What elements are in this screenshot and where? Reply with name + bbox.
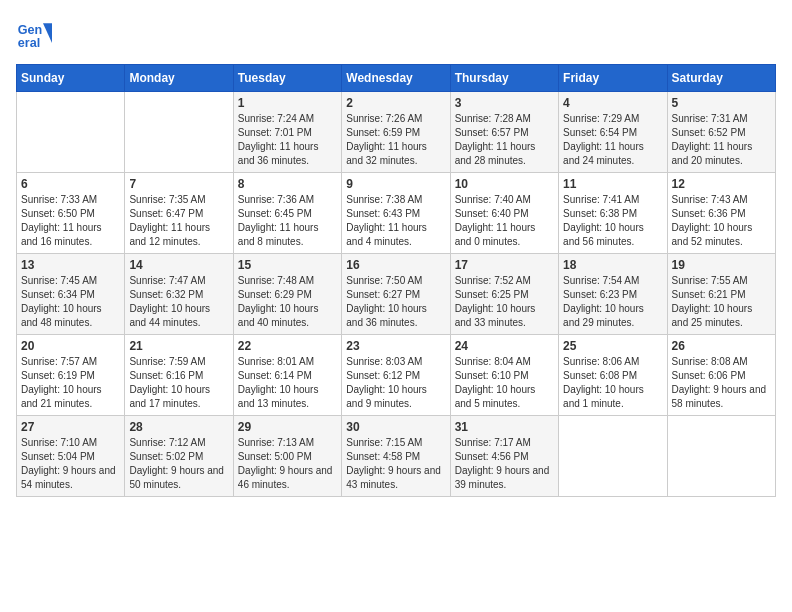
day-cell: 14Sunrise: 7:47 AM Sunset: 6:32 PM Dayli… [125, 254, 233, 335]
day-cell: 6Sunrise: 7:33 AM Sunset: 6:50 PM Daylig… [17, 173, 125, 254]
day-number: 24 [455, 339, 554, 353]
day-info: Sunrise: 7:41 AM Sunset: 6:38 PM Dayligh… [563, 193, 662, 249]
day-number: 11 [563, 177, 662, 191]
day-number: 19 [672, 258, 771, 272]
day-info: Sunrise: 7:26 AM Sunset: 6:59 PM Dayligh… [346, 112, 445, 168]
day-number: 3 [455, 96, 554, 110]
day-number: 30 [346, 420, 445, 434]
svg-marker-2 [43, 23, 52, 43]
day-cell: 1Sunrise: 7:24 AM Sunset: 7:01 PM Daylig… [233, 92, 341, 173]
day-cell: 22Sunrise: 8:01 AM Sunset: 6:14 PM Dayli… [233, 335, 341, 416]
day-number: 10 [455, 177, 554, 191]
day-cell [125, 92, 233, 173]
day-number: 4 [563, 96, 662, 110]
day-cell [17, 92, 125, 173]
column-header-thursday: Thursday [450, 65, 558, 92]
column-header-wednesday: Wednesday [342, 65, 450, 92]
day-number: 21 [129, 339, 228, 353]
day-cell: 21Sunrise: 7:59 AM Sunset: 6:16 PM Dayli… [125, 335, 233, 416]
header-row: SundayMondayTuesdayWednesdayThursdayFrid… [17, 65, 776, 92]
day-cell [667, 416, 775, 497]
day-cell: 2Sunrise: 7:26 AM Sunset: 6:59 PM Daylig… [342, 92, 450, 173]
day-info: Sunrise: 7:17 AM Sunset: 4:56 PM Dayligh… [455, 436, 554, 492]
day-cell: 16Sunrise: 7:50 AM Sunset: 6:27 PM Dayli… [342, 254, 450, 335]
day-info: Sunrise: 7:24 AM Sunset: 7:01 PM Dayligh… [238, 112, 337, 168]
day-info: Sunrise: 7:29 AM Sunset: 6:54 PM Dayligh… [563, 112, 662, 168]
day-number: 2 [346, 96, 445, 110]
day-number: 22 [238, 339, 337, 353]
day-number: 20 [21, 339, 120, 353]
week-row-4: 20Sunrise: 7:57 AM Sunset: 6:19 PM Dayli… [17, 335, 776, 416]
column-header-sunday: Sunday [17, 65, 125, 92]
column-header-saturday: Saturday [667, 65, 775, 92]
week-row-3: 13Sunrise: 7:45 AM Sunset: 6:34 PM Dayli… [17, 254, 776, 335]
logo: Gen eral [16, 16, 58, 52]
day-cell: 11Sunrise: 7:41 AM Sunset: 6:38 PM Dayli… [559, 173, 667, 254]
day-number: 8 [238, 177, 337, 191]
day-number: 5 [672, 96, 771, 110]
calendar-table: SundayMondayTuesdayWednesdayThursdayFrid… [16, 64, 776, 497]
day-number: 12 [672, 177, 771, 191]
day-cell: 5Sunrise: 7:31 AM Sunset: 6:52 PM Daylig… [667, 92, 775, 173]
day-cell: 12Sunrise: 7:43 AM Sunset: 6:36 PM Dayli… [667, 173, 775, 254]
day-info: Sunrise: 7:28 AM Sunset: 6:57 PM Dayligh… [455, 112, 554, 168]
day-cell: 25Sunrise: 8:06 AM Sunset: 6:08 PM Dayli… [559, 335, 667, 416]
day-cell: 19Sunrise: 7:55 AM Sunset: 6:21 PM Dayli… [667, 254, 775, 335]
day-info: Sunrise: 8:06 AM Sunset: 6:08 PM Dayligh… [563, 355, 662, 411]
day-cell: 24Sunrise: 8:04 AM Sunset: 6:10 PM Dayli… [450, 335, 558, 416]
week-row-2: 6Sunrise: 7:33 AM Sunset: 6:50 PM Daylig… [17, 173, 776, 254]
day-info: Sunrise: 7:47 AM Sunset: 6:32 PM Dayligh… [129, 274, 228, 330]
week-row-5: 27Sunrise: 7:10 AM Sunset: 5:04 PM Dayli… [17, 416, 776, 497]
day-cell: 30Sunrise: 7:15 AM Sunset: 4:58 PM Dayli… [342, 416, 450, 497]
day-info: Sunrise: 8:03 AM Sunset: 6:12 PM Dayligh… [346, 355, 445, 411]
svg-text:eral: eral [18, 36, 40, 50]
day-cell: 9Sunrise: 7:38 AM Sunset: 6:43 PM Daylig… [342, 173, 450, 254]
day-number: 18 [563, 258, 662, 272]
day-info: Sunrise: 7:45 AM Sunset: 6:34 PM Dayligh… [21, 274, 120, 330]
column-header-friday: Friday [559, 65, 667, 92]
day-info: Sunrise: 7:59 AM Sunset: 6:16 PM Dayligh… [129, 355, 228, 411]
day-cell: 29Sunrise: 7:13 AM Sunset: 5:00 PM Dayli… [233, 416, 341, 497]
day-info: Sunrise: 8:08 AM Sunset: 6:06 PM Dayligh… [672, 355, 771, 411]
day-info: Sunrise: 7:43 AM Sunset: 6:36 PM Dayligh… [672, 193, 771, 249]
day-number: 13 [21, 258, 120, 272]
day-info: Sunrise: 7:40 AM Sunset: 6:40 PM Dayligh… [455, 193, 554, 249]
day-number: 14 [129, 258, 228, 272]
day-number: 7 [129, 177, 228, 191]
column-header-monday: Monday [125, 65, 233, 92]
day-number: 1 [238, 96, 337, 110]
day-number: 27 [21, 420, 120, 434]
day-info: Sunrise: 7:12 AM Sunset: 5:02 PM Dayligh… [129, 436, 228, 492]
day-cell: 17Sunrise: 7:52 AM Sunset: 6:25 PM Dayli… [450, 254, 558, 335]
column-header-tuesday: Tuesday [233, 65, 341, 92]
day-info: Sunrise: 7:52 AM Sunset: 6:25 PM Dayligh… [455, 274, 554, 330]
day-info: Sunrise: 7:55 AM Sunset: 6:21 PM Dayligh… [672, 274, 771, 330]
day-number: 6 [21, 177, 120, 191]
day-cell [559, 416, 667, 497]
day-info: Sunrise: 7:57 AM Sunset: 6:19 PM Dayligh… [21, 355, 120, 411]
day-cell: 26Sunrise: 8:08 AM Sunset: 6:06 PM Dayli… [667, 335, 775, 416]
day-info: Sunrise: 7:10 AM Sunset: 5:04 PM Dayligh… [21, 436, 120, 492]
day-info: Sunrise: 7:15 AM Sunset: 4:58 PM Dayligh… [346, 436, 445, 492]
day-number: 9 [346, 177, 445, 191]
day-info: Sunrise: 7:35 AM Sunset: 6:47 PM Dayligh… [129, 193, 228, 249]
day-cell: 10Sunrise: 7:40 AM Sunset: 6:40 PM Dayli… [450, 173, 558, 254]
day-info: Sunrise: 7:54 AM Sunset: 6:23 PM Dayligh… [563, 274, 662, 330]
day-cell: 20Sunrise: 7:57 AM Sunset: 6:19 PM Dayli… [17, 335, 125, 416]
day-cell: 8Sunrise: 7:36 AM Sunset: 6:45 PM Daylig… [233, 173, 341, 254]
day-cell: 13Sunrise: 7:45 AM Sunset: 6:34 PM Dayli… [17, 254, 125, 335]
day-cell: 27Sunrise: 7:10 AM Sunset: 5:04 PM Dayli… [17, 416, 125, 497]
day-info: Sunrise: 8:01 AM Sunset: 6:14 PM Dayligh… [238, 355, 337, 411]
day-info: Sunrise: 7:31 AM Sunset: 6:52 PM Dayligh… [672, 112, 771, 168]
day-number: 28 [129, 420, 228, 434]
day-info: Sunrise: 7:33 AM Sunset: 6:50 PM Dayligh… [21, 193, 120, 249]
day-number: 16 [346, 258, 445, 272]
day-cell: 31Sunrise: 7:17 AM Sunset: 4:56 PM Dayli… [450, 416, 558, 497]
day-number: 31 [455, 420, 554, 434]
day-cell: 28Sunrise: 7:12 AM Sunset: 5:02 PM Dayli… [125, 416, 233, 497]
day-cell: 3Sunrise: 7:28 AM Sunset: 6:57 PM Daylig… [450, 92, 558, 173]
day-number: 23 [346, 339, 445, 353]
day-number: 29 [238, 420, 337, 434]
day-info: Sunrise: 7:36 AM Sunset: 6:45 PM Dayligh… [238, 193, 337, 249]
day-info: Sunrise: 7:38 AM Sunset: 6:43 PM Dayligh… [346, 193, 445, 249]
